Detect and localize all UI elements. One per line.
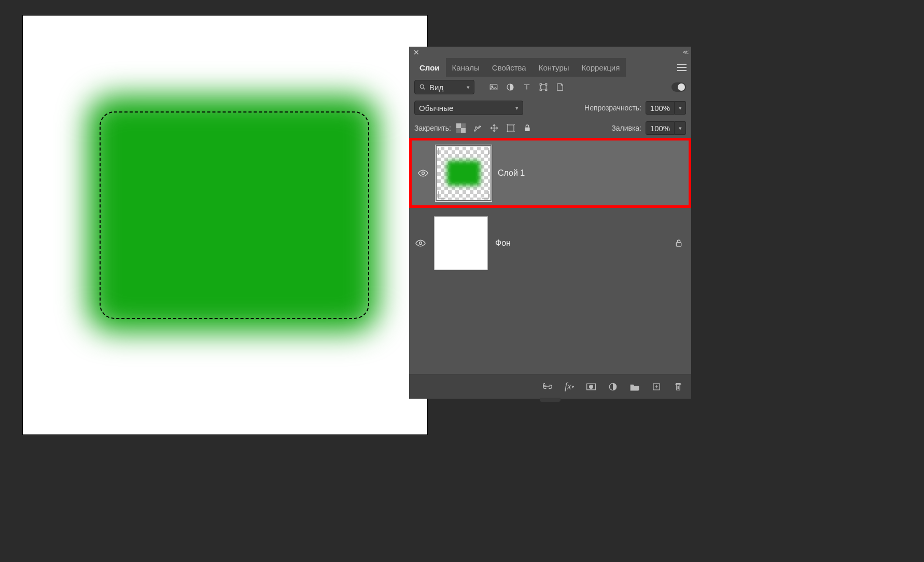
svg-line-1 (424, 88, 425, 90)
link-layers-icon[interactable] (542, 381, 553, 392)
filter-kind-dropdown[interactable]: Вид ▾ (414, 80, 474, 94)
filled-shape (88, 96, 378, 332)
fill-group: Заливка: 100% ▾ (611, 121, 686, 135)
filter-pixel-icon[interactable] (488, 81, 499, 93)
lock-pixels-icon[interactable] (472, 122, 483, 134)
filter-type-icons (488, 81, 566, 93)
opacity-stepper[interactable]: ▾ (675, 101, 686, 115)
svg-rect-14 (525, 128, 529, 131)
layer-name[interactable]: Фон (495, 238, 667, 248)
new-layer-icon[interactable] (651, 381, 662, 392)
svg-point-19 (590, 385, 593, 388)
layer-thumbnail[interactable] (437, 146, 491, 200)
svg-rect-9 (545, 89, 547, 91)
svg-point-15 (422, 172, 425, 174)
layer-row[interactable]: Фон (409, 208, 691, 278)
lock-all-icon[interactable] (522, 122, 533, 134)
filter-toggle[interactable] (671, 82, 686, 92)
blend-mode-dropdown[interactable]: Обычные ▾ (414, 101, 523, 115)
panel-footer: fx▾ (409, 374, 691, 399)
opacity-value[interactable]: 100% (646, 101, 675, 115)
chevron-down-icon: ▾ (515, 105, 519, 111)
layer-row[interactable]: Слой 1 (409, 138, 691, 208)
lock-label: Закрепить: (414, 124, 451, 132)
layers-list: Слой 1 Фон (409, 138, 691, 374)
adjustment-layer-icon[interactable] (607, 381, 619, 392)
search-icon (419, 83, 426, 91)
panel-close-button[interactable]: ✕ (413, 49, 419, 56)
filter-smartobj-icon[interactable] (554, 81, 566, 93)
fill-stepper[interactable]: ▾ (675, 121, 686, 135)
filter-shape-icon[interactable] (538, 81, 549, 93)
lock-row: Закрепить: Заливка: 100% ▾ (409, 118, 691, 138)
layer-thumbnail[interactable] (434, 216, 488, 270)
add-mask-icon[interactable] (585, 381, 597, 392)
tab-adjustments[interactable]: Коррекция (576, 58, 626, 77)
opacity-field: 100% ▾ (646, 101, 686, 115)
panel-resize-grabber[interactable] (540, 398, 561, 402)
lock-position-icon[interactable] (488, 122, 500, 134)
lock-icons (455, 122, 533, 134)
fill-value[interactable]: 100% (646, 121, 675, 135)
chevron-down-icon: ▾ (467, 84, 470, 91)
svg-point-16 (419, 242, 422, 244)
svg-rect-8 (540, 89, 541, 91)
fill-label: Заливка: (611, 124, 641, 132)
panel-menu-button[interactable] (673, 58, 691, 77)
layer-lock-icon[interactable] (675, 238, 683, 248)
tab-channels[interactable]: Каналы (446, 58, 486, 77)
filter-kind-label: Вид (429, 83, 443, 92)
layers-panel: ✕ << Слои Каналы Свойства Контуры Коррек… (409, 47, 691, 399)
visibility-toggle[interactable] (418, 170, 429, 177)
delete-layer-icon[interactable] (673, 381, 684, 392)
layer-name[interactable]: Слой 1 (498, 168, 682, 178)
svg-rect-7 (545, 83, 547, 85)
svg-point-0 (420, 85, 424, 88)
svg-rect-13 (508, 125, 514, 131)
layer-filter-row: Вид ▾ (409, 77, 691, 97)
filter-type-text-icon[interactable] (521, 81, 533, 93)
lock-transparency-icon[interactable] (455, 122, 467, 134)
panel-collapse-button[interactable]: << (683, 49, 687, 56)
filter-adjustment-icon[interactable] (505, 81, 516, 93)
tab-paths[interactable]: Контуры (533, 58, 576, 77)
panel-tabs: Слои Каналы Свойства Контуры Коррекция (409, 58, 691, 77)
tab-properties[interactable]: Свойства (486, 58, 533, 77)
visibility-toggle[interactable] (415, 240, 427, 247)
hamburger-icon (677, 64, 687, 71)
opacity-label: Непрозрачность: (584, 104, 641, 112)
svg-rect-11 (456, 123, 461, 128)
layer-style-icon[interactable]: fx▾ (564, 381, 575, 392)
group-layers-icon[interactable] (629, 381, 640, 392)
svg-rect-6 (540, 83, 541, 85)
lock-artboard-icon[interactable] (505, 122, 516, 134)
blend-mode-label: Обычные (419, 104, 453, 113)
svg-rect-2 (490, 85, 497, 90)
blend-mode-row: Обычные ▾ Непрозрачность: 100% ▾ (409, 97, 691, 118)
svg-rect-17 (676, 242, 681, 246)
panel-headerbar: ✕ << (409, 47, 691, 58)
document-canvas[interactable] (23, 16, 427, 434)
tab-layers[interactable]: Слои (413, 58, 446, 77)
svg-rect-12 (461, 128, 466, 133)
